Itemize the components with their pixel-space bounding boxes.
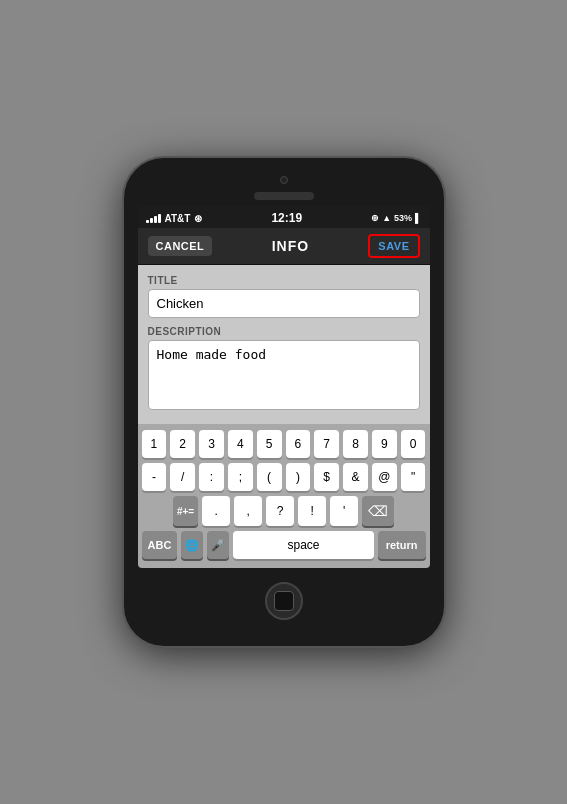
description-label: DESCRIPTION <box>148 326 420 337</box>
location-icon: ⊕ <box>371 213 379 223</box>
phone-bottom <box>138 568 430 628</box>
keyboard: 1 2 3 4 5 6 7 8 9 0 - / : ; ( ) $ & <box>138 424 430 568</box>
key-period[interactable]: . <box>202 496 230 526</box>
nav-bar: CANCEL INFO SAVE <box>138 228 430 265</box>
key-dollar[interactable]: $ <box>314 463 339 491</box>
status-bar: AT&T ⊛ 12:19 ⊕ ▲ 53% ▌ <box>138 206 430 228</box>
signal-bars <box>146 214 161 223</box>
camera <box>280 176 288 184</box>
key-0[interactable]: 0 <box>401 430 426 458</box>
keyboard-row-4: ABC 🌐 🎤 space return <box>142 531 426 559</box>
cancel-button[interactable]: CANCEL <box>148 236 213 256</box>
key-space[interactable]: space <box>233 531 373 559</box>
key-7[interactable]: 7 <box>314 430 339 458</box>
description-input[interactable]: Home made food <box>148 340 420 410</box>
key-return[interactable]: return <box>378 531 426 559</box>
key-exclaim[interactable]: ! <box>298 496 326 526</box>
key-2[interactable]: 2 <box>170 430 195 458</box>
status-right: ⊕ ▲ 53% ▌ <box>371 213 421 223</box>
battery-label: 53% <box>394 213 412 223</box>
key-lparen[interactable]: ( <box>257 463 282 491</box>
key-8[interactable]: 8 <box>343 430 368 458</box>
key-comma[interactable]: , <box>234 496 262 526</box>
key-mic[interactable]: 🎤 <box>207 531 229 559</box>
upload-icon: ▲ <box>382 213 391 223</box>
key-question[interactable]: ? <box>266 496 294 526</box>
home-button-inner <box>274 591 294 611</box>
key-6[interactable]: 6 <box>286 430 311 458</box>
key-slash[interactable]: / <box>170 463 195 491</box>
keyboard-row-2: - / : ; ( ) $ & @ " <box>142 463 426 491</box>
key-3[interactable]: 3 <box>199 430 224 458</box>
wifi-icon: ⊛ <box>194 213 202 224</box>
title-input[interactable] <box>148 289 420 318</box>
key-quote[interactable]: " <box>401 463 426 491</box>
key-apostrophe[interactable]: ' <box>330 496 358 526</box>
key-amp[interactable]: & <box>343 463 368 491</box>
backspace-button[interactable]: ⌫ <box>362 496 394 526</box>
status-left: AT&T ⊛ <box>146 213 203 224</box>
home-button[interactable] <box>265 582 303 620</box>
key-5[interactable]: 5 <box>257 430 282 458</box>
phone-frame: AT&T ⊛ 12:19 ⊕ ▲ 53% ▌ CANCEL INFO SAVE … <box>124 158 444 646</box>
key-minus[interactable]: - <box>142 463 167 491</box>
carrier-label: AT&T <box>165 213 191 224</box>
speaker <box>254 192 314 200</box>
key-9[interactable]: 9 <box>372 430 397 458</box>
key-rparen[interactable]: ) <box>286 463 311 491</box>
keyboard-row-3: #+= . , ? ! ' ⌫ <box>142 496 426 526</box>
key-hashplus[interactable]: #+= <box>173 496 198 526</box>
form-area: TITLE DESCRIPTION Home made food <box>138 265 430 424</box>
key-globe[interactable]: 🌐 <box>181 531 203 559</box>
battery-icon: ▌ <box>415 213 421 223</box>
key-colon[interactable]: : <box>199 463 224 491</box>
save-button[interactable]: SAVE <box>368 234 419 258</box>
keyboard-row-1: 1 2 3 4 5 6 7 8 9 0 <box>142 430 426 458</box>
key-at[interactable]: @ <box>372 463 397 491</box>
key-1[interactable]: 1 <box>142 430 167 458</box>
key-semicolon[interactable]: ; <box>228 463 253 491</box>
phone-screen: AT&T ⊛ 12:19 ⊕ ▲ 53% ▌ CANCEL INFO SAVE … <box>138 206 430 568</box>
key-4[interactable]: 4 <box>228 430 253 458</box>
title-label: TITLE <box>148 275 420 286</box>
status-time: 12:19 <box>271 211 302 225</box>
nav-title: INFO <box>272 238 309 254</box>
key-abc[interactable]: ABC <box>142 531 178 559</box>
